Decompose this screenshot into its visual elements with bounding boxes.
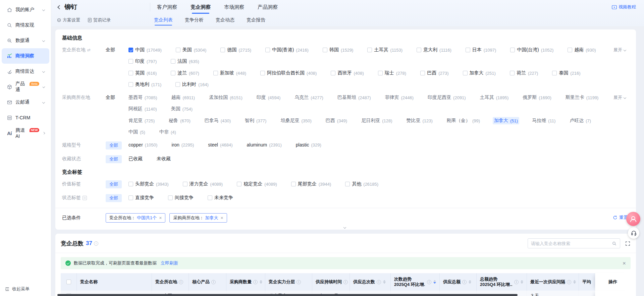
filter-option[interactable]: 赞比亚(123) [405,117,434,124]
plan-settings-button[interactable]: 方案设置 [57,17,80,23]
sidebar-item-product[interactable]: 产品通 Beta [2,79,49,95]
option-checkbox[interactable] [265,48,270,52]
sort-icon[interactable] [383,280,386,284]
all-option-chip[interactable]: 全部 [106,141,122,150]
sidebar-item-tcrm[interactable]: T-CRM [2,110,49,125]
filter-option[interactable]: 直接竞争 [127,194,155,201]
filter-option[interactable]: 美国(754) [170,105,194,113]
filter-option[interactable]: 其他(26185) [344,180,380,188]
filter-option[interactable]: 墨西哥(7085) [127,94,159,101]
info-icon[interactable] [427,280,431,284]
sidebar-item-data[interactable]: 数据通 [2,33,49,48]
filter-option[interactable]: 巴西(349) [324,117,348,124]
option-checkbox[interactable] [463,71,468,75]
info-icon[interactable] [179,280,183,284]
option-checkbox[interactable] [220,48,225,52]
option-checkbox[interactable] [183,182,187,186]
remove-tag-icon[interactable]: × [159,215,162,221]
filter-option[interactable]: 西班牙(408) [329,69,365,77]
tab-customer-insight[interactable]: 客户洞察 [156,2,178,12]
filter-option[interactable]: 法国(635) [169,58,200,65]
filter-option[interactable]: aluminum(2391) [245,141,283,148]
filter-option[interactable]: 德国(2715) [219,46,253,54]
remove-tag-icon[interactable]: × [220,215,223,221]
option-checkbox[interactable] [213,71,218,75]
option-checkbox[interactable] [128,71,133,75]
all-option-chip[interactable]: 全部 [106,194,122,202]
filter-option[interactable]: 瑞士(278) [377,69,408,77]
sort-icon[interactable] [521,280,523,284]
all-option[interactable]: 全部 [106,94,127,101]
sort-icon[interactable] [433,280,436,284]
filter-option[interactable]: 波兰(607) [169,69,200,77]
option-checkbox[interactable] [171,71,175,75]
tab-market-insight[interactable]: 市场洞察 [223,2,245,12]
video-tutorial-link[interactable]: 视频教程 [612,4,636,10]
option-checkbox[interactable] [237,182,241,186]
option-checkbox[interactable] [176,48,180,52]
option-checkbox[interactable] [128,59,133,64]
sort-icon[interactable] [260,280,262,284]
filter-option[interactable]: 巴西(273) [419,69,450,77]
filter-option[interactable]: 韩国(1529) [321,46,355,54]
filter-option[interactable]: plastic(329) [294,141,323,148]
info-icon[interactable] [94,241,98,246]
all-option[interactable]: 全部 [106,46,127,53]
headset-support-button[interactable] [628,227,639,239]
filter-option[interactable]: 奥地利(171) [127,81,163,88]
trade-records-button[interactable]: 贸易记录 [88,17,111,23]
option-checkbox[interactable] [552,71,557,75]
info-icon[interactable] [253,280,258,284]
filter-option[interactable]: 阿根廷(1140) [127,105,158,113]
filter-option[interactable]: 美国(5304) [174,46,208,54]
filter-option[interactable]: 新加坡(448) [212,69,248,77]
filter-option[interactable]: 中国(香港)(2416) [264,46,310,54]
filter-option[interactable]: 阿拉伯联合酋长国(408) [259,69,318,77]
option-checkbox[interactable] [168,195,173,200]
option-checkbox[interactable] [128,182,133,186]
sidebar-item-insight[interactable]: 商情洞察 [2,48,49,64]
filter-option[interactable]: 肯尼亚(725) [127,117,156,124]
option-checkbox[interactable] [128,195,133,200]
search-icon[interactable] [612,241,617,246]
filter-option[interactable]: 荷兰(227) [508,69,539,77]
filter-option[interactable]: 意大利(1116) [415,46,453,54]
option-checkbox[interactable] [128,82,133,87]
filter-option[interactable]: 尾部竞企(3944) [290,180,333,188]
filter-option[interactable]: copper(1050) [127,141,159,148]
subtab-competitor-report[interactable]: 竞企报告 [246,15,266,25]
collapse-filters-button[interactable] [338,223,353,230]
info-icon[interactable] [297,280,301,284]
option-checkbox[interactable] [260,71,265,75]
collapse-menu-button[interactable]: 收起菜单 [5,286,30,292]
filter-option[interactable]: 斯里兰卡(1199) [564,94,600,101]
option-checkbox[interactable] [568,48,572,52]
filter-option[interactable]: 孟加拉国(6151) [208,94,244,101]
close-banner-icon[interactable]: × [623,260,626,266]
filter-option[interactable]: 中国(5) [127,128,147,136]
filter-option[interactable]: 巴基斯坦(2487) [336,94,372,101]
option-checkbox[interactable] [417,48,421,52]
filter-option[interactable]: 卢旺达(7) [568,117,592,124]
filter-option[interactable]: 英国(616) [127,69,158,77]
sidebar-item-radar[interactable]: 商情雷达 [2,64,49,79]
filter-option[interactable]: 稳定竞企(4089) [235,180,278,188]
option-checkbox[interactable] [378,71,383,75]
filter-option[interactable]: 俄罗斯(1690) [521,94,553,101]
filter-option[interactable]: 土耳其(1153) [366,46,404,54]
filter-option[interactable]: 头部竞企(3943) [127,180,170,188]
sidebar-item-my-account[interactable]: 我的账户 [2,2,49,17]
filter-option[interactable]: 日本(1097) [464,46,498,54]
filter-option[interactable]: 秘鲁(670) [167,117,192,124]
option-checkbox[interactable] [128,48,133,52]
expand-link[interactable]: 展开 [613,47,628,53]
option-checkbox[interactable] [171,59,175,64]
search-input[interactable] [531,241,612,246]
info-icon[interactable] [514,280,519,284]
all-option-chip[interactable]: 全部 [106,180,122,188]
all-option-chip[interactable]: 全部 [106,155,122,163]
refresh-now-link[interactable]: 立即刷新 [161,260,178,266]
option-checkbox[interactable] [367,48,372,52]
filter-option[interactable]: 越南(930) [566,46,597,54]
tab-product-insight[interactable]: 产品洞察 [257,2,278,12]
